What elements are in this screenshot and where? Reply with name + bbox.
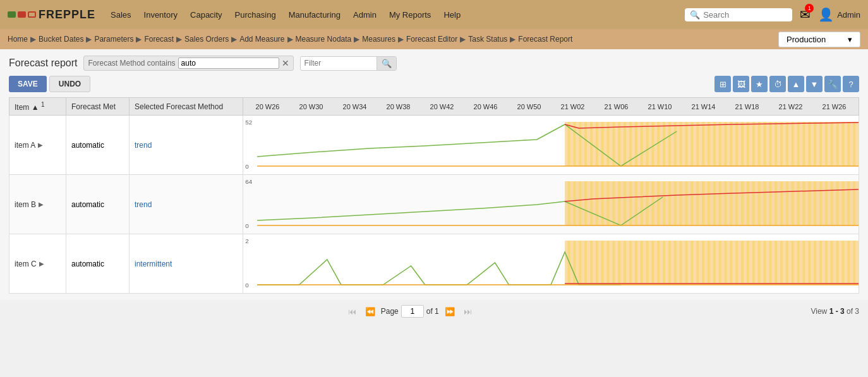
view-info: View 1 - 3 of 3	[811, 307, 859, 316]
table-view-button[interactable]: ⊞	[714, 76, 731, 92]
settings-button[interactable]: 🔧	[824, 76, 841, 92]
svg-rect-5	[565, 122, 859, 166]
week-20w34: 20 W34	[343, 103, 367, 111]
cell-item-c: item C ▶	[9, 234, 66, 294]
cell-item-b: item B ▶	[9, 175, 66, 234]
table-container: Item ▲ 1 Forecast Met Selected Forecast …	[9, 97, 859, 294]
svg-rect-21	[565, 241, 859, 285]
cell-selected-method-a: trend	[130, 116, 243, 175]
svg-text:0: 0	[245, 282, 249, 288]
env-label: Production	[787, 35, 826, 44]
chart-svg-a: 52 0	[243, 116, 859, 172]
pagination-bar: ⏮ ⏪ Page of 1 ⏩ ⏭ View 1 - 3 of 3	[0, 300, 868, 323]
cell-item-a: item A ▶	[9, 116, 66, 175]
item-a-expand-icon[interactable]: ▶	[38, 141, 43, 148]
filter-tag: Forecast Method contains ✕	[83, 56, 293, 71]
filter-value-input[interactable]	[178, 57, 279, 69]
table-row: item B ▶ automatic trend	[9, 175, 859, 234]
item-a-forecast-method: automatic	[71, 141, 104, 150]
logo-area[interactable]: FREPPLE	[8, 8, 95, 21]
filter-input[interactable]	[301, 57, 377, 69]
chart-cell-a: 52 0	[243, 116, 859, 175]
total-pages-label: of 1	[426, 307, 439, 316]
nav-item-capacity[interactable]: Capacity	[185, 8, 227, 22]
week-21w22: 21 W22	[779, 103, 803, 111]
filter-label: Forecast Method contains	[88, 59, 175, 68]
week-21w02: 21 W02	[561, 103, 585, 111]
page-number-input[interactable]	[401, 305, 424, 318]
data-table: Item ▲ 1 Forecast Met Selected Forecast …	[9, 97, 859, 294]
breadcrumb-home[interactable]: Home	[8, 35, 28, 44]
filter-search-button[interactable]: 🔍	[377, 57, 396, 70]
save-button[interactable]: SAVE	[9, 76, 47, 92]
nav-item-help[interactable]: Help	[438, 8, 466, 22]
clock-button[interactable]: ⏱	[769, 76, 786, 92]
admin-area[interactable]: 👤 Admin	[818, 7, 860, 22]
breadcrumb-add-measure[interactable]: Add Measure	[239, 35, 284, 44]
col-header-weeks: 20 W26 20 W30 20 W34 20 W38 20 W42 20 W4…	[243, 98, 859, 116]
breadcrumb-forecast[interactable]: Forecast	[144, 35, 174, 44]
environment-dropdown[interactable]: Production ▾	[778, 32, 860, 47]
breadcrumb-forecast-editor[interactable]: Forecast Editor	[406, 35, 457, 44]
prev-page-button[interactable]: ⏪	[362, 306, 378, 318]
breadcrumb-measures[interactable]: Measures	[362, 35, 395, 44]
page-title: Forecast report	[9, 57, 77, 69]
notification-badge: 1	[805, 4, 814, 13]
toolbar-right: ⊞ 🖼 ★ ⏱ ▲ ▼ 🔧 ?	[714, 76, 859, 92]
search-box[interactable]: 🔍	[685, 8, 792, 21]
nav-item-inventory[interactable]: Inventory	[139, 8, 183, 22]
week-21w26: 21 W26	[823, 103, 847, 111]
view-prefix: View	[811, 307, 827, 316]
breadcrumb-sales-orders[interactable]: Sales Orders	[184, 35, 229, 44]
breadcrumb-measure-nodata[interactable]: Measure Nodata	[296, 35, 352, 44]
item-b-selected-method: trend	[135, 200, 152, 209]
first-page-button[interactable]: ⏮	[345, 306, 359, 318]
filter-input-box: 🔍	[300, 56, 397, 71]
col-header-forecast-method[interactable]: Forecast Met	[66, 98, 130, 116]
nav-item-myreports[interactable]: My Reports	[384, 8, 436, 22]
breadcrumb-forecast-report[interactable]: Forecast Report	[518, 35, 572, 44]
cell-selected-method-b: trend	[130, 175, 243, 234]
item-b-expand-icon[interactable]: ▶	[39, 201, 44, 208]
last-page-button[interactable]: ⏭	[461, 306, 475, 318]
logo-boxes	[8, 11, 36, 18]
logo-box-red	[18, 11, 26, 18]
item-a-name: item A	[15, 141, 35, 150]
week-20w30: 20 W30	[299, 103, 323, 111]
notification-icon[interactable]: ✉ 1	[800, 7, 811, 22]
user-icon: 👤	[818, 7, 834, 22]
cell-forecast-method-b: automatic	[66, 175, 130, 234]
next-page-button[interactable]: ⏩	[442, 306, 458, 318]
logo-box-green	[8, 11, 16, 18]
logo-box-outline	[28, 11, 36, 18]
download-button[interactable]: ▼	[806, 76, 823, 92]
chart-svg-c: 2 0	[243, 234, 859, 291]
breadcrumb-parameters[interactable]: Parameters	[94, 35, 133, 44]
week-20w50: 20 W50	[517, 103, 541, 111]
col-header-selected-method[interactable]: Selected Forecast Method	[130, 98, 243, 116]
breadcrumb-bucket-dates[interactable]: Bucket Dates	[39, 35, 83, 44]
logo-text: FREPPLE	[39, 8, 95, 21]
nav-item-manufacturing[interactable]: Manufacturing	[284, 8, 346, 22]
undo-button[interactable]: UNDO	[49, 76, 90, 92]
star-button[interactable]: ★	[751, 76, 768, 92]
table-row: item A ▶ automatic trend	[9, 116, 859, 175]
nav-item-purchasing[interactable]: Purchasing	[230, 8, 281, 22]
main-content: Forecast report Forecast Method contains…	[0, 49, 868, 300]
week-20w42: 20 W42	[430, 103, 454, 111]
chart-cell-b: 64 0	[243, 175, 859, 234]
image-view-button[interactable]: 🖼	[733, 76, 749, 92]
search-input[interactable]	[703, 10, 785, 20]
nav-item-sales[interactable]: Sales	[105, 8, 136, 22]
chart-cell-c: 2 0	[243, 234, 859, 294]
upload-button[interactable]: ▲	[788, 76, 804, 92]
filter-clear-button[interactable]: ✕	[282, 59, 289, 68]
help-button[interactable]: ?	[843, 76, 859, 92]
breadcrumb-task-status[interactable]: Task Status	[468, 35, 507, 44]
item-c-forecast-method: automatic	[71, 260, 104, 268]
chevron-down-icon: ▾	[848, 35, 852, 44]
col-header-item[interactable]: Item ▲ 1	[9, 98, 66, 116]
nav-item-admin[interactable]: Admin	[348, 8, 382, 22]
item-c-expand-icon[interactable]: ▶	[39, 260, 44, 267]
nav-items: Sales Inventory Capacity Purchasing Manu…	[105, 8, 685, 22]
